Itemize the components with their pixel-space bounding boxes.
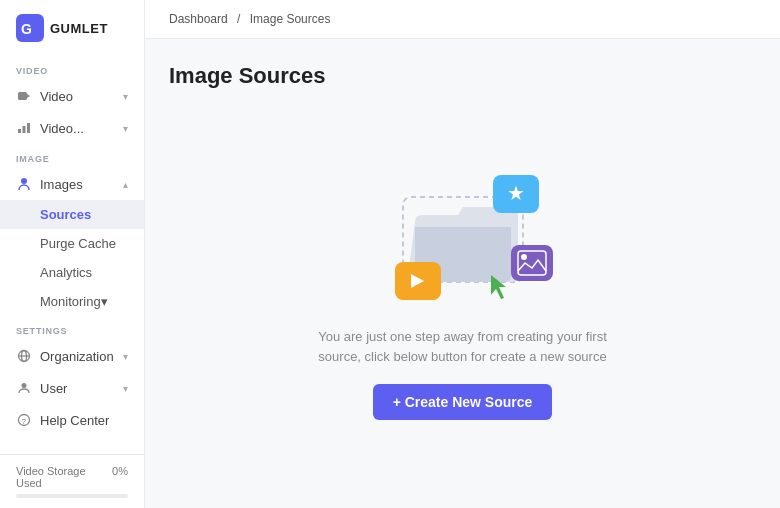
- storage-percent: 0%: [112, 465, 128, 489]
- chevron-down-icon-2: ▾: [123, 123, 128, 134]
- sidebar-sub-monitoring[interactable]: Monitoring ▾: [0, 287, 144, 316]
- sidebar-item-help-label: Help Center: [40, 413, 109, 428]
- svg-text:?: ?: [22, 417, 27, 426]
- svg-point-11: [22, 383, 27, 388]
- section-label-settings: SETTINGS: [0, 316, 144, 340]
- main-content: Dashboard / Image Sources Image Sources: [145, 0, 780, 508]
- storage-footer: Video Storage Used 0%: [0, 454, 144, 508]
- chevron-down-icon-4: ▾: [123, 351, 128, 362]
- page-title: Image Sources: [169, 63, 756, 89]
- chevron-down-icon-3: ▾: [101, 294, 108, 309]
- svg-text:★: ★: [507, 182, 525, 204]
- topbar: Dashboard / Image Sources: [145, 0, 780, 39]
- empty-state-description: You are just one step away from creating…: [303, 327, 623, 366]
- svg-point-21: [521, 254, 527, 260]
- svg-text:G: G: [21, 21, 32, 37]
- svg-rect-6: [27, 123, 30, 133]
- logo: G GUMLET: [0, 0, 144, 56]
- storage-text: Video Storage Used: [16, 465, 112, 489]
- help-icon: ?: [16, 412, 32, 428]
- storage-label: Video Storage Used 0%: [16, 465, 128, 489]
- storage-progress-bar: [16, 494, 128, 498]
- sidebar-item-video-label: Video: [40, 89, 73, 104]
- svg-rect-2: [18, 92, 27, 100]
- section-label-video: VIDEO: [0, 56, 144, 80]
- sidebar-item-help[interactable]: ? Help Center: [0, 404, 144, 436]
- sidebar-item-videoanalytics-label: Video...: [40, 121, 84, 136]
- chart-icon: [16, 120, 32, 136]
- sidebar-item-images[interactable]: Images ▴: [0, 168, 144, 200]
- user-icon: [16, 380, 32, 396]
- video-icon: [16, 88, 32, 104]
- person-icon: [16, 176, 32, 192]
- breadcrumb-home: Dashboard: [169, 12, 228, 26]
- sidebar-item-org-label: Organization: [40, 349, 114, 364]
- sidebar-item-images-label: Images: [40, 177, 83, 192]
- sidebar: G GUMLET VIDEO Video ▾ Video... ▾ IMAGE …: [0, 0, 145, 508]
- svg-rect-5: [23, 126, 26, 133]
- section-label-image: IMAGE: [0, 144, 144, 168]
- illustration: ★: [363, 147, 563, 307]
- empty-state: ★ You are just one step away from creati…: [169, 113, 756, 484]
- sidebar-scroll: VIDEO Video ▾ Video... ▾ IMAGE Images ▴ …: [0, 56, 144, 454]
- sidebar-sub-purge-label: Purge Cache: [40, 236, 116, 251]
- svg-rect-4: [18, 129, 21, 133]
- breadcrumb-current: Image Sources: [250, 12, 331, 26]
- sidebar-sub-analytics[interactable]: Analytics: [0, 258, 144, 287]
- logo-text: GUMLET: [50, 21, 108, 36]
- sidebar-item-user-label: User: [40, 381, 67, 396]
- chevron-up-icon: ▴: [123, 179, 128, 190]
- globe-icon: [16, 348, 32, 364]
- breadcrumb-separator: /: [237, 12, 240, 26]
- sidebar-sub-purge-cache[interactable]: Purge Cache: [0, 229, 144, 258]
- sidebar-item-user[interactable]: User ▾: [0, 372, 144, 404]
- chevron-down-icon-5: ▾: [123, 383, 128, 394]
- svg-point-7: [21, 178, 27, 184]
- create-new-source-button[interactable]: + Create New Source: [373, 384, 553, 420]
- sidebar-sub-monitoring-label: Monitoring: [40, 294, 101, 309]
- page-content: Image Sources ★: [145, 39, 780, 508]
- svg-marker-3: [27, 94, 30, 98]
- sidebar-item-video-analytics[interactable]: Video... ▾: [0, 112, 144, 144]
- sidebar-item-video[interactable]: Video ▾: [0, 80, 144, 112]
- breadcrumb: Dashboard / Image Sources: [169, 12, 756, 26]
- sidebar-sub-sources[interactable]: Sources: [0, 200, 144, 229]
- chevron-down-icon: ▾: [123, 91, 128, 102]
- sidebar-item-organization[interactable]: Organization ▾: [0, 340, 144, 372]
- sidebar-sub-sources-label: Sources: [40, 207, 91, 222]
- sidebar-sub-analytics-label: Analytics: [40, 265, 92, 280]
